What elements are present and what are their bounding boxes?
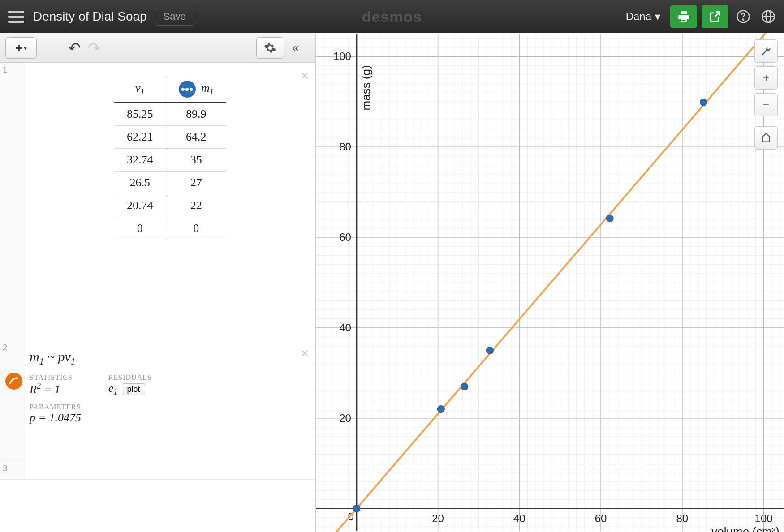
print-button[interactable] — [670, 5, 697, 28]
table-row[interactable]: 20.7422 — [114, 194, 226, 217]
share-button[interactable] — [702, 5, 728, 28]
svg-point-1 — [743, 19, 744, 20]
residual-variable: e1 — [108, 382, 118, 397]
svg-text:100: 100 — [755, 512, 773, 524]
minus-icon: − — [763, 99, 769, 111]
plot-residuals-button[interactable]: plot — [122, 383, 145, 395]
table-row[interactable]: 85.2589.9 — [114, 103, 226, 126]
undo-button[interactable]: ↶ — [68, 39, 81, 57]
settings-button[interactable] — [256, 37, 284, 59]
wrench-icon — [760, 45, 772, 57]
svg-text:40: 40 — [339, 322, 351, 334]
gear-icon — [264, 42, 276, 54]
user-menu[interactable]: Dana ▾ — [626, 10, 660, 23]
svg-text:20: 20 — [432, 512, 444, 524]
home-icon — [760, 132, 772, 144]
zoom-out-button[interactable]: − — [754, 93, 778, 116]
r-squared-value: R2 = 1 — [30, 382, 73, 396]
series-color-icon[interactable] — [179, 81, 196, 98]
chart-canvas[interactable]: 02040608010020406080100volume (cm³)mass … — [316, 33, 784, 532]
user-name: Dana — [626, 10, 651, 23]
graph-pane[interactable]: + − 02040608010020406080100volume (cm³)m… — [316, 33, 784, 532]
help-icon — [736, 9, 750, 24]
home-button[interactable] — [754, 126, 778, 150]
data-point[interactable] — [700, 99, 707, 106]
svg-text:60: 60 — [339, 231, 351, 243]
graph-title[interactable]: Density of Dial Soap — [33, 9, 147, 24]
table-row[interactable]: 00 — [114, 217, 226, 240]
sidebar-toolbar: + ▾ ↶ ↷ « — [0, 33, 315, 63]
top-header: Density of Dial Soap Save desmos Dana ▾ — [0, 0, 784, 33]
plus-icon: + — [763, 72, 769, 84]
delete-expression-button[interactable]: × — [301, 67, 309, 84]
table-header-m1[interactable]: m1 — [166, 76, 226, 103]
expression-list: 1 × v1 m1 — [0, 63, 315, 532]
parameters-heading: PARAMETERS — [30, 403, 305, 411]
expression-number: 3 — [0, 461, 25, 479]
table-row[interactable]: 62.2164.2 — [114, 126, 226, 149]
parameter-value: p = 1.0475 — [30, 411, 305, 425]
table-row[interactable]: 26.527 — [114, 172, 226, 194]
data-point[interactable] — [486, 347, 493, 354]
wrench-button[interactable] — [754, 39, 778, 63]
zoom-in-button[interactable]: + — [754, 66, 778, 90]
regression-icon[interactable] — [5, 373, 22, 390]
plus-icon: + — [15, 40, 23, 56]
graph-tools: + − — [754, 39, 778, 150]
svg-text:40: 40 — [513, 512, 526, 524]
svg-text:80: 80 — [339, 141, 351, 153]
help-button[interactable] — [733, 6, 754, 27]
svg-text:80: 80 — [676, 512, 688, 524]
table-body: 85.2589.9 62.2164.2 32.7435 26.527 20.74… — [114, 103, 226, 240]
share-icon — [709, 10, 721, 23]
table-row[interactable]: 32.7435 — [114, 149, 226, 172]
expression-2[interactable]: 2 × m1 ~ pv1 STATISTICS R2 = 1 — [0, 340, 315, 461]
language-button[interactable] — [758, 6, 779, 27]
statistics-heading: STATISTICS — [30, 373, 73, 382]
table-header-v1[interactable]: v1 — [114, 76, 166, 103]
svg-text:100: 100 — [333, 50, 351, 62]
collapse-sidebar-button[interactable]: « — [292, 41, 310, 55]
print-icon — [677, 10, 690, 23]
expression-number: 1 — [0, 63, 25, 340]
expression-sidebar: + ▾ ↶ ↷ « 1 × — [0, 33, 316, 532]
svg-text:20: 20 — [339, 412, 351, 424]
residuals-heading: RESIDUALS — [108, 373, 152, 382]
data-point[interactable] — [353, 505, 360, 512]
data-point[interactable] — [606, 215, 613, 222]
expression-3[interactable]: 3 — [0, 461, 315, 480]
chevron-down-icon: ▾ — [24, 44, 27, 51]
delete-expression-button[interactable]: × — [301, 345, 309, 362]
desmos-logo: desmos — [362, 8, 422, 26]
data-point[interactable] — [437, 406, 444, 413]
globe-icon — [761, 9, 775, 24]
expression-number: 2 — [0, 340, 25, 461]
data-point[interactable] — [461, 383, 468, 390]
redo-button[interactable]: ↷ — [88, 39, 100, 57]
data-table[interactable]: v1 m1 85.2589.9 62.2164.2 — [114, 76, 226, 240]
add-expression-button[interactable]: + ▾ — [5, 37, 37, 59]
chevron-down-icon: ▾ — [655, 10, 660, 23]
menu-icon[interactable] — [5, 6, 27, 27]
save-button[interactable]: Save — [155, 8, 194, 26]
svg-text:volume (cm³): volume (cm³) — [711, 525, 780, 532]
svg-text:60: 60 — [595, 512, 607, 524]
svg-text:mass (g): mass (g) — [359, 65, 373, 110]
expression-1[interactable]: 1 × v1 m1 — [0, 63, 315, 340]
